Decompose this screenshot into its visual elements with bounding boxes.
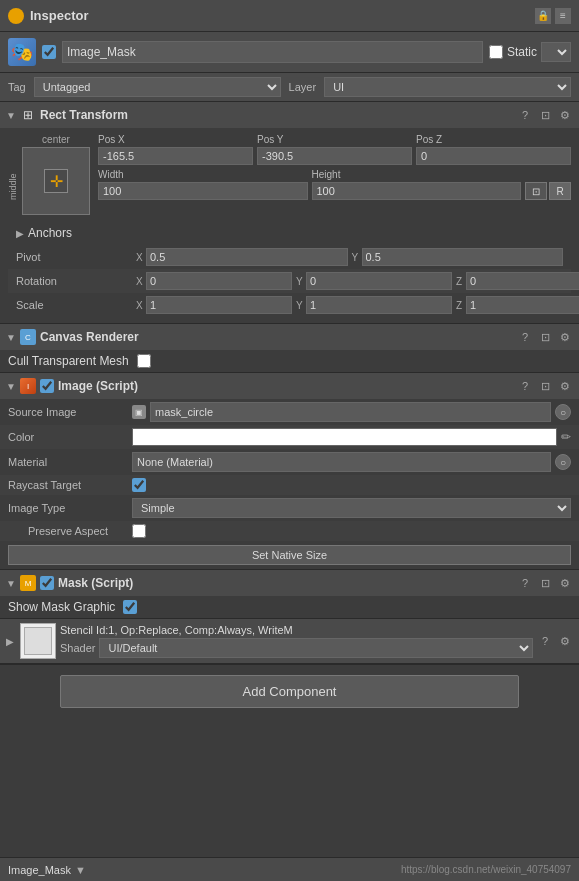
mask-layout-btn[interactable]: ⊡: [537, 575, 553, 591]
mask-enabled-checkbox[interactable]: [40, 576, 54, 590]
material-picker-btn[interactable]: ○: [555, 454, 571, 470]
material-input[interactable]: [132, 452, 551, 472]
rotation-row: Rotation X Y Z: [8, 269, 571, 293]
mask-script-header[interactable]: ▼ M Mask (Script) ? ⊡ ⚙: [0, 570, 579, 596]
canvas-renderer-header[interactable]: ▼ C Canvas Renderer ? ⊡ ⚙: [0, 324, 579, 350]
set-native-size-btn[interactable]: Set Native Size: [8, 545, 571, 565]
center-label: center: [42, 134, 70, 145]
posz-input[interactable]: [416, 147, 571, 165]
image-title: Image (Script): [58, 379, 513, 393]
posz-group: Pos Z: [416, 134, 571, 165]
rot-x-input[interactable]: [146, 272, 292, 290]
color-row: Color ✏: [0, 425, 579, 449]
status-bar: Image_Mask ▼ https://blog.csdn.net/weixi…: [0, 857, 579, 881]
status-left: Image_Mask ▼: [8, 864, 86, 876]
image-enabled-checkbox[interactable]: [40, 379, 54, 393]
raycast-checkbox[interactable]: [132, 478, 146, 492]
add-component-btn[interactable]: Add Component: [60, 675, 519, 708]
stencil-header[interactable]: ▶ Stencil Id:1, Op:Replace, Comp:Always,…: [0, 619, 579, 663]
posy-input[interactable]: [257, 147, 412, 165]
menu-button[interactable]: ≡: [555, 8, 571, 24]
source-image-picker-btn[interactable]: ○: [555, 404, 571, 420]
stencil-help-btn[interactable]: ?: [537, 633, 553, 649]
width-label: Width: [98, 169, 308, 180]
rot-z-input[interactable]: [466, 272, 579, 290]
scale-y-group: Y: [296, 296, 452, 314]
color-label: Color: [8, 431, 128, 443]
static-label: Static: [507, 45, 537, 59]
lock-button[interactable]: 🔒: [535, 8, 551, 24]
status-dropdown-icon[interactable]: ▼: [75, 864, 86, 876]
title-bar-text: Inspector: [30, 8, 89, 23]
middle-label: middle: [8, 150, 18, 200]
image-help-btn[interactable]: ?: [517, 378, 533, 394]
mask-icon: M: [20, 575, 36, 591]
tag-select[interactable]: Untagged: [34, 77, 281, 97]
anchor-inner: ✛: [44, 169, 68, 193]
canvas-expand-arrow: ▼: [6, 332, 16, 343]
rot-x-label: X: [136, 276, 144, 287]
color-swatch[interactable]: [132, 428, 557, 446]
rot-y-input[interactable]: [306, 272, 452, 290]
image-settings-btn[interactable]: ⚙: [557, 378, 573, 394]
rect-help-btn[interactable]: ?: [517, 107, 533, 123]
cull-checkbox[interactable]: [137, 354, 151, 368]
canvas-help-btn[interactable]: ?: [517, 329, 533, 345]
object-name-input[interactable]: [62, 41, 483, 63]
source-image-input[interactable]: [150, 402, 551, 422]
object-icon: 🎭: [8, 38, 36, 66]
anchors-row[interactable]: ▶ Anchors: [8, 221, 571, 245]
object-enabled-checkbox[interactable]: [42, 45, 56, 59]
canvas-layout-btn[interactable]: ⊡: [537, 329, 553, 345]
rot-z-label: Z: [456, 276, 464, 287]
image-script-header[interactable]: ▼ I Image (Script) ? ⊡ ⚙: [0, 373, 579, 399]
show-mask-checkbox[interactable]: [123, 600, 137, 614]
pivot-label: Pivot: [16, 251, 136, 263]
rotation-label: Rotation: [16, 275, 136, 287]
anchors-expand-icon: ▶: [16, 228, 24, 239]
shader-select[interactable]: UI/Default: [99, 638, 533, 658]
scale-z-group: Z: [456, 296, 579, 314]
mask-help-btn[interactable]: ?: [517, 575, 533, 591]
canvas-settings-btn[interactable]: ⚙: [557, 329, 573, 345]
canvas-renderer-component: ▼ C Canvas Renderer ? ⊡ ⚙ Cull Transpare…: [0, 324, 579, 373]
aspect-btn[interactable]: ⊡: [525, 182, 547, 200]
wh-row: Width Height ⊡ R: [98, 169, 571, 200]
rot-y-label: Y: [296, 276, 304, 287]
height-input[interactable]: [312, 182, 522, 200]
anchor-box[interactable]: ✛: [22, 147, 90, 215]
pivot-x-input[interactable]: [146, 248, 348, 266]
preserve-aspect-checkbox[interactable]: [132, 524, 146, 538]
r-button[interactable]: R: [549, 182, 571, 200]
tag-label: Tag: [8, 81, 26, 93]
eyedropper-btn[interactable]: ✏: [561, 430, 571, 444]
title-bar: Inspector 🔒 ≡: [0, 0, 579, 32]
image-layout-btn[interactable]: ⊡: [537, 378, 553, 394]
scale-x-label: X: [136, 300, 144, 311]
scale-z-input[interactable]: [466, 296, 579, 314]
mask-settings-btn[interactable]: ⚙: [557, 575, 573, 591]
scale-y-input[interactable]: [306, 296, 452, 314]
rect-transform-header[interactable]: ▼ ⊞ Rect Transform ? ⊡ ⚙: [0, 102, 579, 128]
mask-script-component: ▼ M Mask (Script) ? ⊡ ⚙ Show Mask Graphi…: [0, 570, 579, 619]
layer-label: Layer: [289, 81, 317, 93]
rect-title: Rect Transform: [40, 108, 513, 122]
raycast-row: Raycast Target: [0, 475, 579, 495]
width-input[interactable]: [98, 182, 308, 200]
static-checkbox[interactable]: [489, 45, 503, 59]
posx-input[interactable]: [98, 147, 253, 165]
pivot-y-input[interactable]: [362, 248, 564, 266]
scale-x-input[interactable]: [146, 296, 292, 314]
status-url: https://blog.csdn.net/weixin_40754097: [401, 864, 571, 875]
rect-icon: ⊞: [20, 107, 36, 123]
pivot-y-group: Y: [352, 248, 564, 266]
layer-select[interactable]: UI: [324, 77, 571, 97]
image-expand-arrow: ▼: [6, 381, 16, 392]
stencil-settings-btn[interactable]: ⚙: [557, 633, 573, 649]
rect-layout: middle center ✛ Pos X: [8, 134, 571, 215]
static-dropdown[interactable]: [541, 42, 571, 62]
image-type-select[interactable]: Simple: [132, 498, 571, 518]
shader-label: Shader: [60, 642, 95, 654]
rect-layout-btn[interactable]: ⊡: [537, 107, 553, 123]
rect-settings-btn[interactable]: ⚙: [557, 107, 573, 123]
